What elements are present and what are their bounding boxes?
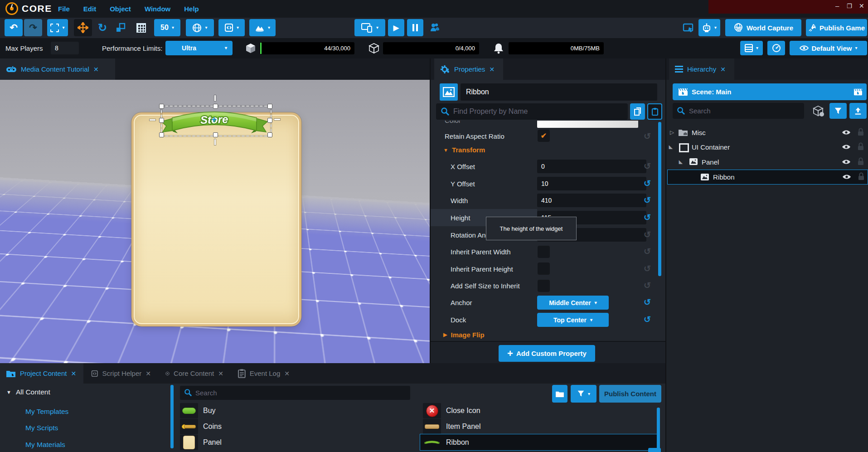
- item-label[interactable]: Close Icon: [446, 407, 480, 415]
- item-thumbnail-item-panel[interactable]: [423, 419, 441, 434]
- snap-size-dropdown[interactable]: 50▾: [154, 19, 180, 36]
- hierarchy-search-input[interactable]: [688, 103, 801, 119]
- viewport-3d[interactable]: Store + z x y: [0, 80, 430, 363]
- expander-expanded-icon[interactable]: ◢: [678, 160, 684, 164]
- hierarchy-node-misc[interactable]: ▷ Misc: [666, 126, 868, 139]
- device-preview-dropdown[interactable]: ▾: [354, 19, 385, 36]
- y-offset-input[interactable]: 10: [537, 177, 646, 190]
- selection-handle[interactable]: [267, 118, 272, 123]
- terrain-tools-dropdown[interactable]: ▾: [249, 19, 276, 36]
- copy-properties-button[interactable]: [630, 103, 645, 120]
- select-mode-dropdown[interactable]: ▾: [47, 19, 68, 36]
- hierarchy-node-panel[interactable]: ◢ Panel: [666, 155, 868, 169]
- reset-icon[interactable]: ↺: [642, 179, 653, 188]
- pause-button[interactable]: [407, 19, 423, 36]
- selection-handle[interactable]: [213, 104, 218, 109]
- visibility-eye-icon[interactable]: [841, 129, 851, 136]
- lock-icon[interactable]: [858, 142, 864, 151]
- publish-game-button[interactable]: Publish Game: [806, 19, 867, 36]
- grid-snap-button[interactable]: [133, 19, 149, 36]
- bot-tools-dropdown[interactable]: ▾: [698, 19, 720, 36]
- add-custom-property-button[interactable]: + Add Custom Property: [499, 345, 595, 362]
- item-thumbnail-close-icon[interactable]: ✕: [423, 403, 441, 418]
- scene-manager-button[interactable]: [849, 83, 867, 100]
- menu-edit[interactable]: Edit: [83, 5, 96, 13]
- window-minimize-button[interactable]: –: [835, 2, 839, 10]
- reset-icon[interactable]: ↺: [642, 132, 653, 141]
- play-button[interactable]: ▶: [388, 19, 404, 36]
- scale-tool-button[interactable]: [112, 19, 129, 36]
- lock-icon[interactable]: [858, 172, 864, 180]
- tree-item-my-materials[interactable]: My Materials: [25, 441, 65, 449]
- menu-object[interactable]: Object: [110, 5, 131, 13]
- tab-project-content[interactable]: Project Content ✕: [0, 363, 83, 384]
- screen-capture-button[interactable]: [681, 21, 696, 35]
- tab-close-icon[interactable]: ✕: [145, 370, 151, 377]
- tree-item-my-templates[interactable]: My Templates: [25, 408, 68, 416]
- reset-icon[interactable]: ↺: [642, 213, 653, 222]
- visibility-eye-icon[interactable]: [841, 159, 851, 165]
- selection-handle[interactable]: [267, 104, 272, 109]
- tab-close-icon[interactable]: ✕: [218, 370, 223, 377]
- expander-expanded-icon[interactable]: ◢: [668, 145, 674, 149]
- visibility-eye-icon[interactable]: [841, 144, 851, 150]
- content-scrollbar[interactable]: [657, 408, 660, 452]
- reset-icon[interactable]: ↺: [642, 281, 653, 290]
- menu-help[interactable]: Help: [184, 5, 199, 13]
- image-flip-section-header[interactable]: ▶ Image Flip: [443, 331, 485, 339]
- lock-icon[interactable]: [858, 128, 864, 136]
- tab-core-content[interactable]: Core Content ✕: [160, 363, 229, 384]
- open-folder-button[interactable]: [552, 385, 567, 403]
- performance-gauge-button[interactable]: [767, 41, 785, 55]
- undo-button[interactable]: ↶: [5, 19, 23, 36]
- property-search-input[interactable]: [452, 103, 625, 120]
- content-search-input[interactable]: [194, 386, 407, 400]
- hierarchy-export-button[interactable]: [849, 103, 867, 119]
- window-maximize-button[interactable]: ❐: [847, 3, 852, 10]
- item-label[interactable]: Item Panel: [446, 423, 480, 431]
- anchor-dropdown[interactable]: Middle Center▾: [537, 296, 609, 310]
- tab-close-icon[interactable]: ✕: [93, 66, 99, 73]
- visibility-eye-icon[interactable]: [842, 174, 852, 180]
- selection-handle[interactable]: [159, 118, 164, 123]
- tree-scrollbar[interactable]: [170, 385, 174, 448]
- tab-close-icon[interactable]: ✕: [720, 66, 726, 73]
- color-swatch[interactable]: [537, 121, 638, 128]
- network-context-icon[interactable]: [812, 105, 825, 117]
- menu-window[interactable]: Window: [145, 5, 170, 13]
- tab-hierarchy[interactable]: Hierarchy ✕: [669, 58, 734, 80]
- object-name-input[interactable]: [461, 83, 657, 101]
- move-tool-button[interactable]: [74, 19, 92, 36]
- object-type-icon-button[interactable]: [440, 83, 458, 101]
- tab-close-icon[interactable]: ✕: [284, 370, 290, 377]
- lock-icon[interactable]: [858, 157, 864, 165]
- paste-properties-button[interactable]: [647, 103, 662, 120]
- item-thumbnail-coins[interactable]: [180, 419, 198, 434]
- tab-event-log[interactable]: Event Log ✕: [232, 363, 296, 384]
- inherit-parent-height-checkbox[interactable]: [538, 262, 550, 275]
- content-filter-dropdown[interactable]: ▾: [571, 385, 596, 403]
- hierarchy-node-ui-container[interactable]: ◢ UI Container: [666, 140, 868, 154]
- default-view-dropdown[interactable]: Default View ▾: [790, 41, 867, 55]
- item-thumbnail-buy[interactable]: [180, 403, 198, 418]
- item-label[interactable]: Panel: [203, 438, 222, 447]
- dock-dropdown[interactable]: Top Center▾: [537, 313, 609, 327]
- item-thumbnail-ribbon[interactable]: [423, 435, 441, 450]
- x-offset-input[interactable]: 0: [537, 160, 646, 173]
- corner-button-partial[interactable]: [648, 448, 661, 452]
- reset-icon[interactable]: ↺: [642, 162, 653, 170]
- width-input[interactable]: 410: [537, 194, 646, 207]
- store-panel-image[interactable]: [131, 112, 301, 326]
- tab-properties[interactable]: Properties ✕: [434, 58, 503, 80]
- transform-section-header[interactable]: ▼ Transform: [443, 146, 485, 154]
- item-label[interactable]: Coins: [203, 423, 222, 431]
- rotate-tool-button[interactable]: ↻: [95, 19, 110, 36]
- redo-button[interactable]: ↷: [24, 19, 42, 36]
- hierarchy-filter-button[interactable]: [829, 103, 847, 119]
- template-tools-dropdown[interactable]: ▾: [218, 19, 245, 36]
- tree-item-my-scripts[interactable]: My Scripts: [25, 424, 58, 432]
- properties-scrollbar[interactable]: [658, 122, 661, 276]
- reset-icon[interactable]: ↺: [642, 247, 653, 256]
- reset-icon[interactable]: ↺: [642, 230, 653, 239]
- item-label[interactable]: Ribbon: [446, 438, 469, 447]
